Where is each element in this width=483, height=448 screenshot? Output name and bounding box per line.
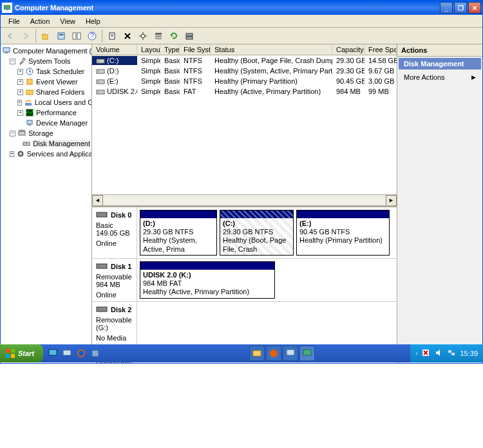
menu-file[interactable]: File <box>3 16 25 26</box>
fs-cell: NTFS <box>180 66 211 75</box>
storage-icon <box>17 129 26 138</box>
tree-root[interactable]: Computer Management (Local) <box>2 46 90 56</box>
status-cell: Healthy (System, Active, Primary Partiti… <box>211 66 332 75</box>
settings-button[interactable] <box>136 29 150 43</box>
tree-panel[interactable]: Computer Management (Local) − System Too… <box>1 44 92 363</box>
collapse-icon[interactable]: − <box>10 131 15 136</box>
volume-row[interactable]: UDISK 2.0 (K:)SimpleBasicFATHealthy (Act… <box>92 86 397 97</box>
show-hide-button[interactable] <box>70 29 84 43</box>
svg-point-22 <box>26 100 28 102</box>
tree-label: Performance <box>36 109 77 117</box>
task-folder[interactable] <box>249 346 265 361</box>
close-button[interactable]: ✕ <box>468 2 481 14</box>
volume-row[interactable]: (E:)SimpleBasicNTFSHealthy (Primary Part… <box>92 76 397 86</box>
volume-row[interactable]: (D:)SimpleBasicNTFSHealthy (System, Acti… <box>92 66 397 76</box>
tree-local-users[interactable]: + Local Users and Groups <box>2 97 90 107</box>
expand-icon[interactable]: + <box>17 110 23 116</box>
view-list-button[interactable] <box>151 29 166 43</box>
properties-button[interactable] <box>54 29 68 43</box>
task-app[interactable] <box>283 346 298 361</box>
explorer-icon[interactable] <box>61 348 73 359</box>
clock[interactable]: 15:39 <box>460 350 478 357</box>
disk-info: Disk 0Basic149.05 GBOnline <box>92 207 137 258</box>
minimize-button[interactable]: _ <box>440 2 453 14</box>
titlebar[interactable]: Computer Management _ ❐ ✕ <box>1 1 482 15</box>
scroll-left-button[interactable]: ◄ <box>92 195 103 206</box>
col-free[interactable]: Free Spac <box>365 44 397 55</box>
tree-event-viewer[interactable]: + Event Viewer <box>2 77 90 87</box>
tray-volume-icon[interactable] <box>434 348 443 359</box>
col-fs[interactable]: File System <box>180 44 211 55</box>
col-type[interactable]: Type <box>160 44 180 55</box>
create-button[interactable] <box>105 29 119 43</box>
tree-label: Device Manager <box>36 119 88 127</box>
expand-icon[interactable]: + <box>10 151 14 157</box>
col-layout[interactable]: Layout <box>137 44 160 55</box>
partition[interactable]: (E:)90.45 GB NTFSHealthy (Primary Partit… <box>296 210 390 256</box>
disk-type: Basic <box>96 221 133 229</box>
svg-rect-62 <box>303 350 311 355</box>
task-compmgmt[interactable] <box>299 346 315 361</box>
menu-help[interactable]: Help <box>80 16 106 26</box>
col-volume[interactable]: Volume <box>92 44 137 55</box>
system-tray[interactable]: ‹ 15:39 <box>410 344 483 362</box>
partition-status: Healthy (Boot, Page File, Crash <box>223 236 290 253</box>
tree-performance[interactable]: + Performance <box>2 107 90 118</box>
volume-list[interactable]: Volume Layout Type File System Status Ca… <box>92 44 397 194</box>
forward-button[interactable] <box>19 29 33 43</box>
refresh-button[interactable] <box>167 29 181 43</box>
tray-network-icon[interactable] <box>447 348 456 359</box>
back-button[interactable] <box>3 29 17 43</box>
menu-action[interactable]: Action <box>25 16 55 26</box>
tray-antivirus-icon[interactable] <box>421 348 430 359</box>
col-status[interactable]: Status <box>211 44 332 55</box>
actions-panel: Actions Disk Management More Actions ▶ <box>397 44 482 363</box>
disk-graphical-panel[interactable]: Disk 0Basic149.05 GBOnline(D:)29.30 GB N… <box>92 205 397 363</box>
partition[interactable]: (D:)29.30 GB NTFSHealthy (System, Active… <box>140 210 217 256</box>
svg-rect-12 <box>155 35 162 37</box>
partition-header <box>140 262 274 270</box>
svg-rect-52 <box>6 354 10 358</box>
app-icon <box>2 3 12 13</box>
expand-icon[interactable]: + <box>17 79 23 85</box>
partition-body: (E:)90.45 GB NTFSHealthy (Primary Partit… <box>297 218 389 247</box>
background <box>0 382 483 448</box>
start-button[interactable]: Start <box>0 344 43 362</box>
tray-arrow-icon[interactable]: ‹ <box>415 350 417 357</box>
tree-system-tools[interactable]: − System Tools <box>2 56 90 66</box>
expand-icon[interactable]: + <box>17 100 22 106</box>
tree-services-apps[interactable]: + Services and Applications <box>2 149 90 159</box>
tree-device-manager[interactable]: Device Manager <box>2 118 90 128</box>
app-icon[interactable] <box>90 348 101 359</box>
folder-icon <box>25 88 34 97</box>
task-firefox[interactable] <box>266 346 281 361</box>
disk-row[interactable]: Disk 1Removable984 MBOnlineUDISK 2.0 (K:… <box>92 259 397 302</box>
partition-status: Healthy (Primary Partition) <box>299 236 386 245</box>
capacity-cell: 90.45 GB <box>332 77 365 86</box>
scroll-track[interactable] <box>103 195 386 205</box>
volume-row[interactable]: (C:)SimpleBasicNTFSHealthy (Boot, Page F… <box>92 55 397 66</box>
expand-icon[interactable]: + <box>17 89 23 95</box>
view-graphical-button[interactable] <box>182 29 196 43</box>
disk-row[interactable]: Disk 0Basic149.05 GBOnline(D:)29.30 GB N… <box>92 207 397 259</box>
more-actions-item[interactable]: More Actions ▶ <box>397 71 482 84</box>
show-desktop-icon[interactable] <box>47 348 59 359</box>
col-capacity[interactable]: Capacity <box>332 44 365 55</box>
tree-shared-folders[interactable]: + Shared Folders <box>2 87 90 97</box>
partition[interactable]: (C:)29.30 GB NTFSHealthy (Boot, Page Fil… <box>220 210 294 256</box>
tree-storage[interactable]: − Storage <box>2 128 90 138</box>
help-button[interactable]: ? <box>85 29 99 43</box>
maximize-button[interactable]: ❐ <box>454 2 467 14</box>
partition[interactable]: UDISK 2.0 (K:)984 MB FATHealthy (Active,… <box>140 261 275 299</box>
menu-view[interactable]: View <box>55 16 80 26</box>
disk-row[interactable]: Disk 2Removable (G:)No Media <box>92 302 397 345</box>
horizontal-scrollbar[interactable]: ◄ ► <box>92 194 397 205</box>
delete-button[interactable] <box>120 29 135 43</box>
collapse-icon[interactable]: − <box>10 59 15 64</box>
tree-task-scheduler[interactable]: + Task Scheduler <box>2 66 90 77</box>
scroll-right-button[interactable]: ► <box>386 195 397 206</box>
firefox-icon[interactable] <box>75 348 87 359</box>
up-button[interactable] <box>39 29 53 43</box>
expand-icon[interactable]: + <box>17 69 23 75</box>
tree-disk-management[interactable]: Disk Management <box>2 138 90 149</box>
